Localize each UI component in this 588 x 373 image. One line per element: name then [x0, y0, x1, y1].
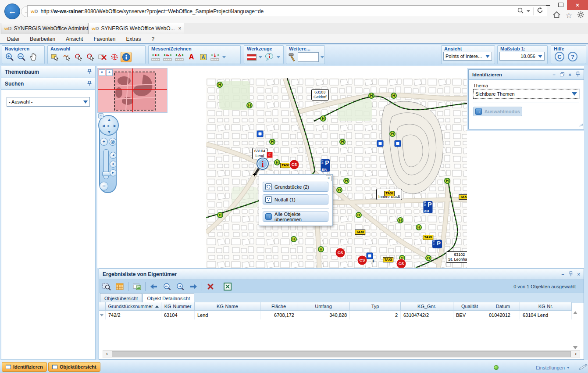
map-canvas[interactable]: 63103Geidorf 63104Lend 6Innere Stadt 631…	[206, 78, 467, 268]
popup-item-grundstuecke[interactable]: Grundstücke (2)	[263, 182, 328, 192]
panel-close-icon[interactable]: ×	[577, 272, 580, 277]
select-rectangle-tool[interactable]	[50, 52, 61, 62]
zoom-previous-button[interactable]	[161, 281, 173, 292]
zoom-next-button[interactable]	[175, 281, 186, 292]
overview-map[interactable]: × +	[97, 68, 167, 113]
next-extent-button[interactable]: ►	[110, 169, 117, 176]
favorites-star-icon[interactable]: ☆	[566, 11, 572, 20]
pan-east-arrow[interactable]: ►	[113, 124, 117, 128]
home-icon[interactable]	[552, 11, 561, 20]
tab-weboffice-administrator[interactable]: wD SYNERGIS WebOffice Administ...	[1, 23, 88, 34]
hammer-tool-icon[interactable]	[288, 52, 297, 62]
window-maximize-button[interactable]	[554, 0, 567, 10]
panel-minimize-icon[interactable]: –	[561, 272, 564, 277]
measure-line-tool[interactable]	[162, 52, 173, 62]
statusbar-identifizieren-button[interactable]: Identifizieren	[2, 362, 47, 372]
next-object-button[interactable]	[188, 281, 199, 292]
view-select-dropdown[interactable]: Points of Intere...	[443, 52, 492, 61]
scroll-right-icon[interactable]: ›	[572, 351, 580, 357]
window-close-button[interactable]: ×	[567, 0, 588, 10]
panel-close-icon[interactable]: ×	[569, 72, 571, 77]
popup-close-icon[interactable]: ×	[326, 176, 331, 181]
column-header[interactable]: Grundstücksnummer	[106, 302, 161, 311]
austria-flag-tool[interactable]	[246, 52, 257, 62]
table-horizontal-scrollbar[interactable]: ‹ ›	[103, 350, 580, 358]
panel-resize-grip[interactable]	[579, 121, 583, 129]
overview-move-button[interactable]: +	[106, 69, 113, 76]
zoom-slider[interactable]	[103, 149, 109, 179]
weitere-caret[interactable]	[321, 56, 324, 58]
table-vertical-scrollbar[interactable]	[572, 303, 578, 350]
zoom-in-button[interactable]: +	[100, 138, 108, 146]
clear-selection-tool[interactable]	[97, 52, 108, 62]
row-marker-cell[interactable]	[99, 311, 106, 319]
measure-coordinate-tool[interactable]	[210, 52, 221, 62]
measure-more-caret[interactable]	[222, 56, 226, 58]
full-extent-button[interactable]: ◎	[109, 138, 117, 146]
menu-bearbeiten[interactable]: Bearbeiten	[30, 36, 55, 42]
results-titlebar[interactable]: Ergebnisliste von Eigentümer – ×	[99, 269, 584, 280]
export-excel-button[interactable]	[222, 281, 233, 292]
draw-label-tool[interactable]: A	[198, 52, 209, 62]
previous-extent-button[interactable]: ◄	[110, 152, 117, 159]
sidebar-header-suchen[interactable]: Suchen	[1, 78, 95, 90]
tab-weboffice-client[interactable]: wD SYNERGIS WebOffice WebO... ×	[88, 23, 184, 34]
statusbar-objektuebersicht-button[interactable]: Objektübersicht	[48, 362, 100, 372]
scale-dropdown[interactable]: 18.056	[499, 52, 545, 61]
address-bar[interactable]: wD http://w-ws-rainer:8080/WebOffice/syn…	[27, 5, 547, 17]
pan-north-arrow[interactable]: ▲	[107, 118, 111, 122]
scroll-down-icon[interactable]	[573, 346, 577, 349]
pan-west-arrow[interactable]: ◄	[101, 124, 106, 128]
column-header[interactable]: Umfang	[297, 302, 350, 311]
pin-icon[interactable]	[87, 69, 92, 75]
measure-area-tool[interactable]	[174, 52, 185, 62]
menu-ansicht[interactable]: Ansicht	[66, 36, 83, 42]
maptip-info-tool[interactable]	[264, 52, 275, 62]
help-button[interactable]: ?	[568, 52, 577, 61]
scroll-left-icon[interactable]: ‹	[103, 351, 111, 357]
zoom-out-button[interactable]: −	[100, 182, 108, 190]
search-select-dropdown[interactable]: - Auswahl -	[7, 97, 90, 107]
tab-objekt-detailansicht[interactable]: Objekt Detailansicht	[143, 293, 194, 303]
report-view-button[interactable]	[131, 281, 143, 292]
pan-south-arrow[interactable]: ▼	[107, 130, 111, 134]
table-row[interactable]: 742/2 63104 Lend 6708,172 340,828 2 6310…	[99, 311, 572, 319]
tab-close-icon[interactable]: ×	[175, 25, 182, 32]
einstellungen-menu[interactable]: Einstellungen	[536, 364, 588, 371]
auswahlmodus-button[interactable]: → Auswahlmodus	[473, 107, 522, 116]
menu-datei[interactable]: Datei	[7, 36, 19, 42]
map-viewport[interactable]: 63103Geidorf 63104Lend 6Innere Stadt 631…	[97, 66, 584, 268]
identify-info-tool[interactable]	[121, 52, 132, 62]
column-header[interactable]: Typ	[350, 302, 401, 311]
pan-hand-tool[interactable]	[28, 52, 39, 62]
pin-icon[interactable]	[87, 81, 92, 87]
sidebar-header-themenbaum[interactable]: Themenbaum	[1, 66, 95, 78]
measure-point-tool[interactable]	[150, 52, 161, 62]
extent-history-button[interactable]: ●	[110, 161, 117, 168]
search-icon[interactable]	[517, 7, 524, 15]
overview-close-button[interactable]: ×	[99, 69, 105, 76]
panel-pin-icon[interactable]	[576, 72, 580, 78]
thema-dropdown[interactable]: Sichtbare Themen	[473, 89, 579, 99]
weitere-input[interactable]	[298, 52, 319, 62]
copyright-button[interactable]: C	[555, 52, 564, 61]
column-header[interactable]: KG_Gnr.	[401, 302, 453, 311]
select-circle-tool[interactable]	[85, 52, 96, 62]
browser-back-button[interactable]: ←	[4, 4, 20, 19]
scrollbar-thumb[interactable]	[112, 351, 571, 357]
column-header[interactable]: KG-Name	[195, 302, 260, 311]
column-header[interactable]: Qualität	[453, 302, 486, 311]
remove-results-button[interactable]	[205, 281, 216, 292]
window-minimize-button[interactable]	[542, 0, 554, 10]
flag-tool-caret[interactable]	[259, 56, 262, 58]
panel-minimize-icon[interactable]: –	[552, 72, 555, 77]
column-header[interactable]: Datum	[486, 302, 520, 311]
popup-apply-all-button[interactable]: → Alle Objekte übernehmen	[263, 212, 328, 222]
buffer-selection-tool[interactable]	[109, 52, 120, 62]
column-header[interactable]: KG-Nr.	[520, 302, 572, 311]
edit-pen-icon[interactable]	[578, 364, 588, 371]
menu-favoriten[interactable]: Favoriten	[93, 36, 115, 42]
popup-item-notfall[interactable]: Notfall (1)	[263, 194, 328, 204]
zoom-in-tool[interactable]	[4, 52, 15, 62]
settings-gear-icon[interactable]	[577, 11, 584, 20]
